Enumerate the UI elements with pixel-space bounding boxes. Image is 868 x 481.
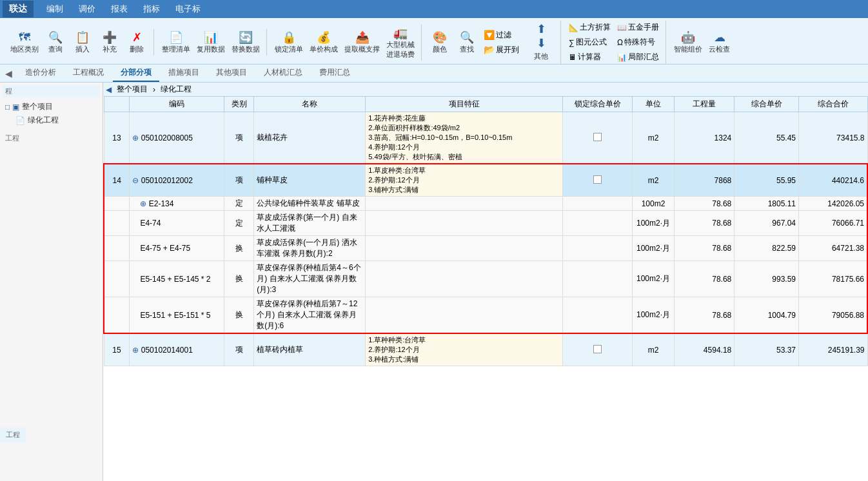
lock-checkbox[interactable] bbox=[593, 345, 602, 353]
toolbar-btn-special[interactable]: Ω 特殊符号 bbox=[615, 35, 662, 49]
nav-tab-cost[interactable]: 造价分析 bbox=[17, 64, 64, 82]
nav-tab-others[interactable]: 其他项目 bbox=[208, 64, 255, 82]
sidebar-item-project[interactable]: □ ▣ 整个项目 bbox=[3, 100, 100, 113]
cell-qty: 1324 bbox=[675, 112, 735, 164]
toolbar-btn-query[interactable]: 🔍 查询 bbox=[43, 29, 68, 55]
cell-qty: 4594.18 bbox=[675, 333, 735, 366]
sidebar-label: 程 bbox=[3, 85, 100, 97]
nav-tab-measures[interactable]: 措施项目 bbox=[161, 64, 207, 82]
cell-feature bbox=[366, 297, 563, 334]
cell-type: 定 bbox=[224, 197, 254, 211]
toolbar-btn-replace[interactable]: 🔄 替换数据 bbox=[229, 29, 262, 55]
menu-item-indicator[interactable]: 指标 bbox=[135, 1, 168, 17]
toolbar-btn-filter[interactable]: 🔽 过滤 bbox=[481, 28, 522, 42]
th-locked: 锁定综合单价 bbox=[563, 97, 633, 112]
table-row-selected[interactable]: 14 ⊖ 050102012002 项 铺种草皮 1.草皮种类:台湾草2.养护期… bbox=[104, 164, 867, 197]
cell-type: 项 bbox=[224, 333, 254, 366]
cell-unit-price: 55.95 bbox=[735, 164, 799, 197]
th-code: 编码 bbox=[130, 97, 224, 112]
table-row[interactable]: 15 ⊕ 050102014001 项 植草砖内植草 1.草种种类:台湾草2.养… bbox=[104, 333, 867, 366]
table-row-sub[interactable]: ⊕ E2-134 定 公共绿化铺种件装草皮 铺草皮 100m2 78.68 18… bbox=[104, 197, 867, 211]
toolbar-group-3: 🔒 锁定清单 💰 单价构成 📤 提取概支撑 🚛 大型机械进退场费 bbox=[268, 25, 422, 61]
table-area: ◀ 整个项目 › 绿化工程 编码 类别 名称 项目特征 锁定综合单价 单位 工程… bbox=[103, 83, 868, 481]
toolbar-btn-add[interactable]: ➕ 补充 bbox=[97, 29, 123, 55]
toolbar-btn-calc[interactable]: 🖩 计算器 bbox=[566, 50, 613, 64]
cell-total: 245191.39 bbox=[799, 333, 867, 366]
th-unit-price: 综合单价 bbox=[735, 97, 799, 112]
cell-feature bbox=[366, 211, 563, 236]
nav-tab-section[interactable]: 分部分项 bbox=[113, 64, 159, 82]
cell-total: 440214.6 bbox=[799, 164, 867, 197]
nav-tab-materials[interactable]: 人材机汇总 bbox=[256, 64, 310, 82]
cell-qty: 78.68 bbox=[675, 211, 735, 236]
cell-feature bbox=[366, 197, 563, 211]
nav-tab-overview[interactable]: 工程概况 bbox=[65, 64, 112, 82]
menu-item-price[interactable]: 调价 bbox=[71, 1, 103, 17]
menu-item-electronic[interactable]: 电子标 bbox=[168, 1, 208, 17]
table-row-sub[interactable]: E5-145 + E5-145 * 2 换 草皮保存保养(种植后第4～6个月) … bbox=[104, 261, 867, 297]
cell-type: 定 bbox=[224, 211, 254, 236]
table-row-sub[interactable]: E4-74 定 草皮成活保养(第一个月) 自来水人工灌溉 100m2·月 78.… bbox=[104, 211, 867, 236]
toolbar-btn-organize[interactable]: 📄 整理清单 bbox=[159, 29, 193, 55]
toolbar-group-2: 📄 整理清单 📊 复用数据 🔄 替换数据 bbox=[155, 29, 267, 55]
lock-checkbox[interactable] bbox=[593, 175, 602, 184]
cell-code: E5-151 + E5-151 * 5 bbox=[130, 297, 224, 334]
cell-code: E4-74 bbox=[130, 211, 224, 236]
lock-checkbox[interactable] bbox=[593, 133, 602, 141]
cell-type: 换 bbox=[224, 261, 254, 297]
cell-unit: 100m2 bbox=[632, 197, 674, 211]
toolbar-btn-expand[interactable]: 📂 展开到 bbox=[481, 43, 522, 57]
cell-num-empty bbox=[104, 297, 130, 334]
cell-unit: m2 bbox=[632, 333, 674, 366]
toolbar-btn-region[interactable]: 🗺 地区类别 bbox=[8, 30, 41, 55]
expand-icon[interactable]: ⊕ bbox=[140, 199, 146, 208]
toolbar-btn-unitprice[interactable]: 💰 单价构成 bbox=[307, 29, 340, 55]
toolbar-btn-delete[interactable]: ✗ 删除 bbox=[124, 29, 150, 55]
cell-unit: 100m2·月 bbox=[632, 297, 674, 334]
toolbar-btn-other2[interactable]: 其他 bbox=[528, 50, 554, 63]
toolbar-btn-insert[interactable]: 📋 插入 bbox=[70, 29, 95, 55]
toolbar-btn-cloud[interactable]: ☁ 云检查 bbox=[706, 29, 733, 55]
nav-tab-fees[interactable]: 费用汇总 bbox=[311, 64, 358, 82]
cell-code: E5-145 + E5-145 * 2 bbox=[130, 261, 224, 297]
toolbar-btn-reuse[interactable]: 📊 复用数据 bbox=[194, 29, 228, 55]
toolbar-btn-formula[interactable]: ∑ 图元公式 bbox=[566, 35, 613, 49]
toolbar-btn-machine[interactable]: 🚛 大型机械进退场费 bbox=[384, 25, 417, 61]
th-feature: 项目特征 bbox=[366, 97, 563, 112]
expand-icon[interactable]: ⊕ bbox=[132, 346, 139, 355]
cell-locked bbox=[563, 164, 633, 197]
sidebar-item-green[interactable]: 📄 绿化工程 bbox=[3, 113, 100, 127]
cell-type: 项 bbox=[224, 112, 254, 164]
cell-unit-price: 993.59 bbox=[735, 261, 799, 297]
cell-type: 换 bbox=[224, 297, 254, 334]
table-row-sub[interactable]: E5-151 + E5-151 * 5 换 草皮保存保养(种植后第7～12个月)… bbox=[104, 297, 867, 334]
table-row[interactable]: 13 ⊕ 050102008005 项 栽植花卉 1.花卉种类:花生藤 2.单位… bbox=[104, 112, 867, 164]
table-row-sub[interactable]: E4-75 + E4-75 换 草皮成活保养(一个月后) 洒水车灌溉 保养月数(… bbox=[104, 236, 867, 261]
breadcrumb-root: 整个项目 bbox=[117, 84, 148, 95]
collapse-arrow[interactable]: ◀ bbox=[106, 85, 112, 94]
expand-icon[interactable]: ⊖ bbox=[132, 176, 139, 185]
cell-locked bbox=[563, 236, 633, 261]
toolbar-btn-smart[interactable]: 🤖 智能组价 bbox=[671, 29, 705, 55]
cell-total: 78175.66 bbox=[799, 261, 867, 297]
menu-item-edit[interactable]: 编制 bbox=[39, 1, 71, 17]
toolbar-btn-color[interactable]: 🎨 颜色 bbox=[427, 29, 453, 55]
toolbar-btn-extract[interactable]: 📤 提取概支撑 bbox=[342, 29, 382, 55]
cell-code: ⊕ E2-134 bbox=[130, 197, 224, 211]
toolbar-btn-handbook[interactable]: 📖 五金手册 bbox=[615, 21, 662, 34]
nav-arrow-left[interactable]: ◀ bbox=[5, 68, 12, 79]
cell-code: ⊕ 050102014001 bbox=[130, 333, 224, 366]
toolbar-btn-other[interactable]: ⬆⬇ 其他 bbox=[526, 21, 557, 64]
toolbar-btn-lock[interactable]: 🔒 锁定清单 bbox=[272, 29, 306, 55]
toolbar-btn-earthwork[interactable]: 📐 土方折算 bbox=[566, 21, 613, 34]
cell-locked bbox=[563, 211, 633, 236]
cell-qty: 78.68 bbox=[675, 236, 735, 261]
cell-feature: 1.草种种类:台湾草2.养护期:12个月3.种植方式:满铺 bbox=[366, 333, 563, 366]
menu-item-report[interactable]: 报表 bbox=[103, 1, 135, 17]
expand-icon[interactable]: ⊕ bbox=[132, 133, 139, 142]
sidebar-label-2: 工程 bbox=[3, 132, 100, 144]
toolbar-btn-find[interactable]: 🔍 查找 bbox=[454, 29, 480, 55]
toolbar-btn-local-sum[interactable]: 📊 局部汇总 bbox=[615, 50, 662, 64]
cell-name: 植草砖内植草 bbox=[254, 333, 366, 366]
breadcrumb-green: 绿化工程 bbox=[161, 84, 192, 95]
